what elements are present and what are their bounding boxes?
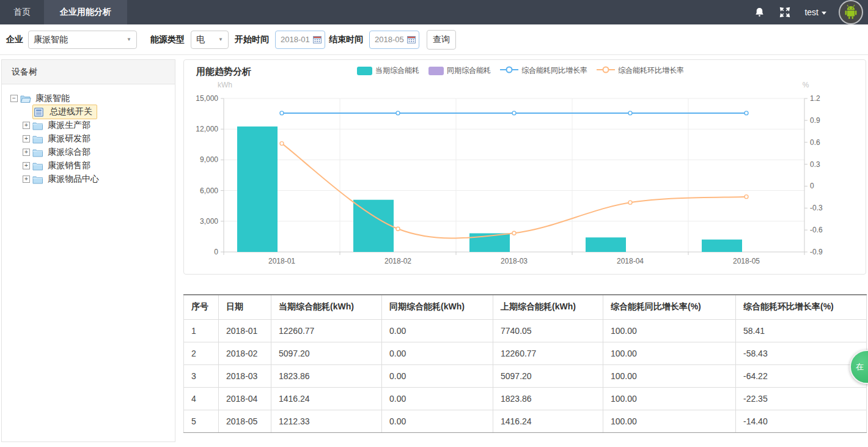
legend-item-1[interactable]: 同期综合能耗 (428, 65, 491, 76)
table-cell: 3 (184, 364, 219, 387)
table-cell: 5 (184, 410, 219, 432)
svg-text:2018-03: 2018-03 (501, 257, 528, 265)
energy-type-select[interactable]: 电 ▼ (191, 31, 229, 49)
expand-icon[interactable]: + (23, 175, 30, 183)
table-cell: 100.00 (603, 319, 736, 342)
svg-text:2018-05: 2018-05 (733, 257, 760, 265)
table-cell: 4 (184, 387, 219, 410)
folder-icon (32, 161, 43, 171)
chevron-down-icon: ▼ (127, 37, 131, 42)
table-cell: 58.41 (736, 319, 867, 342)
tree-node-label: 康派生产部 (46, 119, 92, 131)
table-cell: -14.40 (736, 410, 867, 432)
table-cell: 1416.24 (493, 410, 603, 432)
table-header-cell: 综合能耗同比增长率(%) (603, 295, 736, 319)
user-menu[interactable]: test (804, 7, 826, 17)
legend-item-3[interactable]: 综合能耗环比增长率 (597, 65, 684, 76)
legend-swatch (428, 67, 444, 75)
table-cell: 1823.86 (271, 364, 382, 387)
svg-text:0: 0 (810, 182, 814, 190)
table-cell: 2018-03 (219, 364, 271, 387)
svg-text:3,000: 3,000 (200, 217, 218, 226)
trend-chart: 15,00012,0009,0006,0003,00001.20.90.60.3… (184, 60, 867, 274)
tree-node-5[interactable]: +康派销售部 (10, 159, 175, 172)
table-cell: 2018-01 (219, 319, 271, 342)
calendar-icon (313, 35, 322, 43)
end-date-input[interactable]: 2018-05 (369, 31, 419, 49)
expand-icon[interactable]: + (23, 122, 30, 129)
table-cell: 0.00 (382, 364, 493, 387)
expand-icon[interactable]: + (23, 149, 30, 156)
svg-text:6,000: 6,000 (200, 187, 218, 195)
energy-type-select-value: 电 (196, 34, 205, 45)
svg-text:0.6: 0.6 (810, 138, 820, 147)
tree-node-1[interactable]: 总进线开关 (10, 105, 175, 119)
table-cell: 100.00 (603, 387, 736, 410)
meter-icon (34, 107, 45, 117)
collapse-icon[interactable]: − (10, 95, 18, 102)
tree-node-3[interactable]: +康派研发部 (10, 132, 175, 146)
table-cell: 2018-02 (219, 342, 271, 364)
table-header-row: 序号日期当期综合能耗(kWh)同期综合能耗(kWh)上期综合能耗(kWh)综合能… (184, 295, 867, 319)
svg-text:0: 0 (214, 248, 218, 256)
tree-node-label: 康派研发部 (46, 133, 92, 145)
tree-node-label: 康派物品中心 (46, 173, 101, 185)
svg-text:0.9: 0.9 (810, 116, 820, 125)
tree-node-0[interactable]: −康派智能 (10, 92, 175, 105)
tree-node-label: 康派销售部 (46, 160, 92, 172)
folder-icon (32, 174, 43, 184)
chevron-down-icon: ▼ (218, 37, 223, 42)
chart-legend: 当期综合能耗同期综合能耗综合能耗同比增长率综合能耗环比增长率 (357, 65, 684, 76)
end-date-value: 2018-05 (375, 35, 404, 44)
tree-node-2[interactable]: +康派生产部 (10, 119, 175, 132)
tree-node-label: 总进线开关 (48, 106, 94, 118)
top-navbar: 首页 企业用能分析 test (0, 0, 868, 24)
legend-item-2[interactable]: 综合能耗同比增长率 (500, 65, 587, 76)
table-row: 12018-0112260.770.007740.05100.0058.41 (184, 319, 867, 342)
energy-type-label: 能源类型 (150, 34, 185, 45)
fullscreen-icon[interactable] (779, 6, 791, 18)
legend-item-0[interactable]: 当期综合能耗 (357, 65, 419, 76)
float-button-label: 在 (856, 361, 864, 372)
svg-text:1.2: 1.2 (810, 94, 820, 103)
start-time-label: 开始时间 (235, 34, 269, 45)
username: test (804, 7, 818, 17)
table-cell: 100.00 (603, 410, 736, 432)
table-cell: 5097.20 (271, 342, 382, 364)
legend-swatch (357, 67, 372, 75)
query-button[interactable]: 查询 (427, 30, 456, 50)
table-header-cell: 同期综合能耗(kWh) (382, 295, 493, 319)
tab-energy-analysis[interactable]: 企业用能分析 (44, 0, 127, 24)
table-cell: 5097.20 (493, 364, 603, 387)
table-cell: -22.35 (736, 387, 867, 410)
tree-node-4[interactable]: +康派综合部 (10, 146, 175, 159)
tree-node-label: 康派智能 (34, 92, 72, 105)
table-cell: 0.00 (382, 410, 493, 432)
table-cell: 2018-04 (219, 387, 271, 410)
enterprise-select[interactable]: 康派智能 ▼ (28, 31, 137, 49)
table-cell: -58.43 (736, 342, 867, 364)
legend-line-marker (597, 65, 615, 76)
svg-text:-0.6: -0.6 (810, 226, 823, 234)
expand-icon[interactable]: + (23, 162, 30, 169)
svg-text:-0.9: -0.9 (810, 248, 823, 256)
table-cell: 100.00 (603, 364, 736, 387)
table-cell: 0.00 (382, 387, 493, 410)
android-icon (842, 3, 860, 21)
table-row: 22018-025097.200.0012260.77100.00-58.43 (184, 342, 867, 364)
legend-label: 综合能耗同比增长率 (521, 65, 587, 76)
bell-icon[interactable] (753, 6, 765, 18)
page: 首页 企业用能分析 test (0, 0, 868, 447)
legend-label: 综合能耗环比增长率 (618, 65, 684, 76)
chart-title: 用能趋势分析 (196, 66, 251, 78)
end-time-label: 结束时间 (329, 34, 363, 45)
avatar[interactable] (840, 1, 862, 23)
expand-icon[interactable]: + (23, 135, 30, 142)
table-cell: -64.22 (736, 364, 867, 387)
svg-text:2018-04: 2018-04 (617, 257, 644, 265)
tab-home[interactable]: 首页 (0, 0, 44, 24)
svg-text:%: % (803, 81, 809, 89)
svg-text:15,000: 15,000 (196, 94, 218, 103)
tree-node-6[interactable]: +康派物品中心 (10, 172, 175, 186)
start-date-input[interactable]: 2018-01 (275, 31, 325, 49)
